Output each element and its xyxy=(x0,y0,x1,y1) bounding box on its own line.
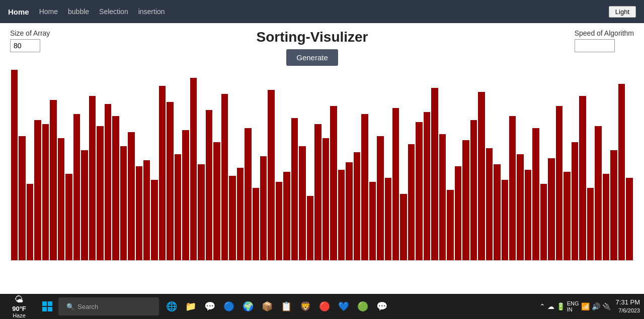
bar xyxy=(136,166,142,261)
bar xyxy=(369,182,376,260)
bar xyxy=(424,112,430,260)
bar xyxy=(579,96,586,260)
bar xyxy=(626,178,632,260)
bar xyxy=(431,88,438,260)
bar xyxy=(408,144,415,260)
bar xyxy=(34,120,41,260)
bar xyxy=(159,86,166,260)
nav-link-home[interactable]: Home xyxy=(39,8,58,16)
speed-input[interactable] xyxy=(575,39,615,52)
bar xyxy=(213,142,220,260)
bar xyxy=(346,162,352,260)
nav-link-selection[interactable]: Selection xyxy=(99,8,128,16)
bar xyxy=(11,70,18,260)
bar xyxy=(198,164,204,260)
bar xyxy=(618,84,625,260)
bar xyxy=(603,174,609,260)
bar xyxy=(128,132,134,260)
bar xyxy=(462,140,469,260)
bar xyxy=(564,172,570,260)
bar-chart xyxy=(10,70,634,261)
bar xyxy=(595,126,601,260)
bar xyxy=(502,180,508,260)
bar xyxy=(486,148,493,260)
bar xyxy=(105,104,111,260)
bar xyxy=(182,130,189,260)
bar xyxy=(221,94,228,260)
bar xyxy=(525,170,531,260)
bar xyxy=(509,116,516,260)
bar xyxy=(206,110,212,260)
bar xyxy=(416,122,422,260)
bar xyxy=(112,116,119,260)
bar xyxy=(120,146,127,260)
bar xyxy=(19,136,25,260)
speed-label: Speed of Algorithm xyxy=(575,29,634,37)
bar xyxy=(237,168,244,260)
bar xyxy=(556,106,562,260)
bar xyxy=(610,150,617,260)
bar xyxy=(494,164,500,260)
navbar: Home Home bubble Selection insertion Lig… xyxy=(0,0,644,23)
bar xyxy=(361,114,368,260)
size-section: Size of Array xyxy=(10,29,50,52)
bar xyxy=(299,146,305,260)
bar xyxy=(323,138,329,260)
bar xyxy=(517,154,523,260)
bar xyxy=(587,188,594,260)
nav-link-bubble[interactable]: bubble xyxy=(68,8,89,16)
speed-section: Speed of Algorithm xyxy=(575,29,634,52)
bar xyxy=(283,172,290,260)
bar xyxy=(175,154,181,260)
bar xyxy=(338,170,345,260)
bar xyxy=(439,134,446,260)
title-section: Sorting-Visulizer Generate xyxy=(50,29,574,66)
nav-link-insertion[interactable]: insertion xyxy=(138,8,165,16)
main-content: Size of Array Sorting-Visulizer Generate… xyxy=(0,23,644,294)
bar xyxy=(81,150,88,260)
bar xyxy=(143,160,150,260)
bar xyxy=(253,188,259,260)
bar xyxy=(455,166,461,261)
bar xyxy=(548,158,554,260)
bar xyxy=(400,194,407,260)
bar xyxy=(354,152,360,260)
generate-button[interactable]: Generate xyxy=(286,49,338,66)
bar xyxy=(229,176,235,260)
bar xyxy=(89,96,96,260)
bar xyxy=(532,128,539,260)
bar xyxy=(245,128,251,260)
controls-row: Size of Array Sorting-Visulizer Generate… xyxy=(10,29,634,66)
light-mode-button[interactable]: Light xyxy=(609,6,636,18)
bar xyxy=(27,184,33,260)
size-input[interactable] xyxy=(10,39,40,52)
bar xyxy=(260,156,267,260)
bar xyxy=(268,90,274,260)
bar xyxy=(392,108,399,260)
bar xyxy=(572,142,578,260)
bar xyxy=(190,78,197,260)
main-title: Sorting-Visulizer xyxy=(50,29,574,45)
bar xyxy=(470,120,477,260)
bar xyxy=(377,136,383,260)
nav-home-active[interactable]: Home xyxy=(8,8,29,16)
bar xyxy=(291,118,298,260)
bar xyxy=(540,184,547,260)
bar xyxy=(58,138,64,260)
bar xyxy=(307,196,313,260)
bar xyxy=(447,190,453,260)
bar xyxy=(97,126,103,260)
bar xyxy=(65,174,72,260)
bar xyxy=(314,124,321,260)
size-label: Size of Array xyxy=(10,29,50,37)
bar xyxy=(151,180,157,260)
bar xyxy=(385,178,391,260)
bar xyxy=(50,100,56,260)
bar xyxy=(42,124,49,260)
bar xyxy=(167,102,173,260)
bar xyxy=(276,182,282,260)
bar xyxy=(330,106,337,260)
bar xyxy=(73,114,80,260)
bar xyxy=(478,92,485,260)
